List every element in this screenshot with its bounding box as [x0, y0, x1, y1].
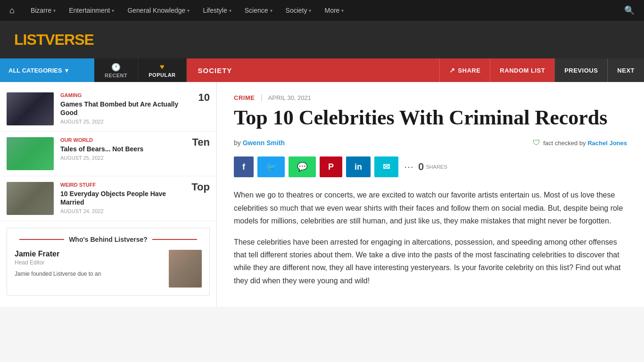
article-meta: CRIME | APRIL 30, 2021	[234, 93, 627, 102]
tab-popular[interactable]: ♥ POPULAR	[138, 58, 186, 82]
next-button[interactable]: NEXT	[607, 58, 644, 82]
article-author: by Gwenn Smith	[234, 139, 285, 147]
previous-button[interactable]: PREVIOUS	[554, 58, 607, 82]
shares-number: 0	[418, 161, 424, 173]
title-line-left	[19, 239, 64, 240]
editor-info: Jamie Frater Head Editor Jamie founded L…	[15, 250, 202, 288]
heart-icon: ♥	[160, 63, 165, 71]
author-link[interactable]: Gwenn Smith	[243, 139, 285, 147]
shield-check-icon: 🛡	[533, 139, 540, 147]
list-item[interactable]: WEIRD STUFF 10 Everyday Objects People H…	[0, 176, 216, 221]
nav-item-society[interactable]: Society▾	[279, 0, 318, 21]
article-category-badge: CRIME	[234, 94, 255, 101]
article-title: Top 10 Celebrities With Criminal Records	[234, 107, 627, 129]
sidebar-category-ourworld: OUR WORLD	[60, 137, 189, 143]
share-email-button[interactable]: ✉	[374, 156, 398, 177]
share-more-icon: ⋯	[404, 161, 413, 173]
clock-icon: 🕐	[111, 63, 121, 72]
avatar	[169, 250, 202, 288]
sidebar-count-0: 10	[198, 92, 210, 103]
sidebar-date-1: AUGUST 25, 2022	[60, 155, 189, 161]
twitter-icon: 🐦	[266, 162, 276, 172]
sidebar-title-1: Tales of Bears... Not Beers	[60, 145, 189, 153]
logo-part1: LIST	[14, 31, 45, 48]
main-layout: GAMING Games That Bombed but Are Actuall…	[0, 82, 644, 307]
email-icon: ✉	[383, 162, 390, 172]
nav-item-more[interactable]: More▾	[318, 0, 350, 21]
category-bar: ALL CATEGORIES ▾ 🕐 RECENT ♥ POPULAR SOCI…	[0, 58, 644, 82]
dropdown-arrow: ▾	[187, 8, 190, 13]
shares-label: SHARES	[426, 164, 447, 170]
article-paragraph-1: When we go to theatres or concerts, we a…	[234, 189, 627, 227]
dropdown-arrow: ▾	[53, 8, 56, 13]
share-label: SHARE	[458, 67, 480, 74]
article-body: When we go to theatres or concerts, we a…	[234, 189, 627, 287]
share-linkedin-button[interactable]: in	[346, 156, 371, 177]
editor-name: Jamie Frater	[15, 250, 163, 258]
all-categories-button[interactable]: ALL CATEGORIES ▾	[0, 58, 94, 82]
meta-separator: |	[260, 93, 262, 102]
article-byline: by Gwenn Smith 🛡 fact checked by Rachel …	[234, 139, 627, 147]
share-pinterest-button[interactable]: P	[320, 156, 342, 177]
share-icon: ↗	[449, 66, 455, 74]
fact-checked-text: fact checked by Rachel Jones	[543, 140, 627, 147]
sidebar-title-2: 10 Everyday Objects People Have Married	[60, 189, 188, 206]
sidebar-category-weird: WEIRD STUFF	[60, 182, 188, 188]
list-item[interactable]: OUR WORLD Tales of Bears... Not Beers AU…	[0, 132, 216, 176]
nav-label-entertainment: Entertainment	[69, 7, 110, 14]
pinterest-icon: P	[328, 162, 334, 172]
fact-checker-link[interactable]: Rachel Jones	[587, 140, 627, 147]
sidebar-item-content: WEIRD STUFF 10 Everyday Objects People H…	[60, 182, 188, 214]
tab-recent[interactable]: 🕐 RECENT	[94, 58, 138, 82]
sidebar-item-content: OUR WORLD Tales of Bears... Not Beers AU…	[60, 137, 189, 161]
section-label: SOCIETY	[187, 58, 439, 82]
sidebar: GAMING Games That Bombed but Are Actuall…	[0, 82, 217, 307]
sidebar-date-0: AUGUST 25, 2022	[60, 119, 195, 124]
nav-item-general-knowledge[interactable]: General Knowledge▾	[121, 0, 196, 21]
sidebar-category-gaming: GAMING	[60, 92, 195, 98]
nav-item-science[interactable]: Science▾	[238, 0, 279, 21]
dropdown-arrow: ▾	[112, 8, 114, 13]
nav-item-bizarre[interactable]: Bizarre▾	[24, 0, 62, 21]
search-icon[interactable]: 🔍	[624, 5, 635, 16]
nav-label-general-knowledge: General Knowledge	[127, 7, 185, 14]
site-logo[interactable]: LISTVERSE	[14, 31, 94, 49]
logo-part2: VERSE	[45, 31, 93, 48]
top-navigation: ⌂ Bizarre▾ Entertainment▾ General Knowle…	[0, 0, 644, 21]
list-item[interactable]: GAMING Games That Bombed but Are Actuall…	[0, 87, 216, 132]
sidebar-title-0: Games That Bombed but Are Actually Good	[60, 100, 195, 117]
all-categories-arrow: ▾	[65, 67, 68, 74]
category-tabs: 🕐 RECENT ♥ POPULAR	[94, 58, 187, 82]
editor-description: Jamie founded Listverse due to an	[15, 270, 163, 278]
sidebar-thumb-bears	[7, 137, 54, 170]
sidebar-item-content: GAMING Games That Bombed but Are Actuall…	[60, 92, 195, 124]
whos-behind-title: Who's Behind Listverse?	[15, 236, 202, 243]
sidebar-date-2: AUGUST 24, 2022	[60, 208, 188, 214]
share-twitter-button[interactable]: 🐦	[257, 156, 285, 177]
dropdown-arrow: ▾	[309, 8, 311, 13]
article-date: APRIL 30, 2021	[268, 94, 311, 101]
action-buttons: ↗ SHARE RANDOM LIST PREVIOUS NEXT	[439, 58, 644, 82]
nav-item-lifestyle[interactable]: Lifestyle▾	[196, 0, 238, 21]
share-buttons-row: f 🐦 💬 P in ✉ ⋯ 0 SHARES	[234, 156, 627, 177]
nav-menu: Bizarre▾ Entertainment▾ General Knowledg…	[24, 0, 624, 21]
article-area: CRIME | APRIL 30, 2021 Top 10 Celebritie…	[217, 82, 644, 307]
dropdown-arrow: ▾	[229, 8, 231, 13]
linkedin-icon: in	[355, 162, 362, 172]
share-count: ⋯ 0 SHARES	[404, 161, 447, 173]
home-icon[interactable]: ⌂	[9, 6, 15, 16]
sidebar-thumb-objects	[7, 182, 54, 215]
all-categories-label: ALL CATEGORIES	[8, 67, 62, 74]
share-facebook-button[interactable]: f	[234, 156, 254, 177]
whos-behind-label: Who's Behind Listverse?	[69, 236, 148, 243]
article-paragraph-2: These celebrities have been arrested for…	[234, 236, 627, 287]
tab-popular-label: POPULAR	[149, 72, 175, 78]
nav-item-entertainment[interactable]: Entertainment▾	[62, 0, 121, 21]
nav-label-science: Science	[245, 7, 268, 14]
nav-label-society: Society	[286, 7, 307, 14]
editor-role: Head Editor	[15, 259, 163, 266]
share-whatsapp-button[interactable]: 💬	[289, 156, 316, 177]
random-list-button[interactable]: RANDOM LIST	[490, 58, 554, 82]
share-button[interactable]: ↗ SHARE	[439, 58, 490, 82]
dropdown-arrow: ▾	[341, 8, 344, 13]
